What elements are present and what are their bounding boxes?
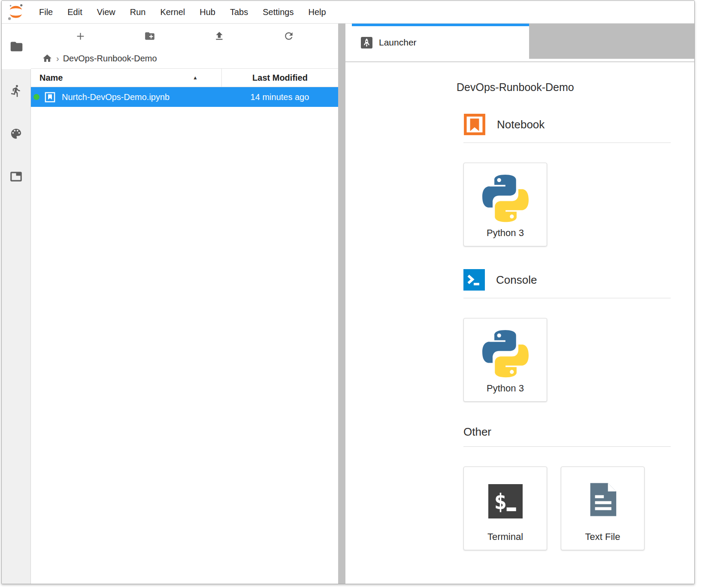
section-divider (463, 446, 671, 447)
card-label: Terminal (487, 531, 523, 543)
home-icon[interactable] (42, 53, 52, 64)
launcher-card-text-file[interactable]: Text File (561, 467, 645, 550)
tab-label: Launcher (379, 37, 417, 48)
file-name: Nurtch-DevOps-Demo.ipynb (62, 92, 221, 102)
section-label: Console (496, 273, 537, 287)
file-last-modified: 14 minutes ago (221, 92, 338, 102)
folder-icon (9, 39, 24, 54)
launcher-section-console: Console (463, 269, 671, 291)
sidebar-item-open-tabs[interactable] (2, 155, 30, 198)
menu-settings[interactable]: Settings (255, 1, 301, 23)
console-icon (463, 269, 485, 291)
section-divider (463, 142, 671, 143)
file-row-selected[interactable]: Nurtch-DevOps-Demo.ipynb 14 minutes ago (31, 87, 338, 107)
new-folder-icon (144, 30, 155, 42)
notebook-icon (463, 113, 486, 136)
jupyter-logo (7, 3, 25, 21)
breadcrumb-separator: › (56, 54, 59, 64)
launcher-card-terminal[interactable]: $ Terminal (463, 467, 547, 550)
python-icon (481, 330, 530, 378)
launcher-cwd-title: DevOps-Runbook-Demo (457, 81, 671, 94)
sort-ascending-icon: ▲ (193, 75, 198, 81)
notebook-icon (44, 91, 56, 103)
menu-kernel[interactable]: Kernel (153, 1, 192, 23)
breadcrumb: › DevOps-Runbook-Demo (31, 48, 338, 68)
name-header-label: Name (39, 73, 63, 83)
python-icon (481, 174, 530, 222)
plus-icon (75, 30, 86, 42)
upload-button[interactable] (185, 30, 254, 42)
section-label: Other (463, 425, 491, 439)
sidebar-item-running-sessions[interactable] (2, 69, 30, 112)
panel-splitter-handle[interactable] (338, 24, 345, 584)
new-launcher-button[interactable] (45, 30, 115, 42)
file-browser-toolbar (31, 24, 338, 48)
launcher-section-other: Other (463, 424, 671, 439)
tab-bar-bottom-border (345, 59, 694, 62)
refresh-icon (283, 30, 294, 42)
breadcrumb-folder[interactable]: DevOps-Runbook-Demo (63, 54, 157, 64)
upload-icon (214, 30, 225, 42)
new-folder-button[interactable] (115, 30, 185, 42)
file-list-header: Name ▲ Last Modified (31, 68, 338, 87)
launcher-section-notebook: Notebook (463, 113, 671, 136)
menu-hub[interactable]: Hub (192, 1, 223, 23)
column-header-name[interactable]: Name ▲ (31, 69, 221, 87)
card-label: Text File (585, 531, 620, 543)
tab-bar-empty-area (529, 24, 694, 59)
section-label: Notebook (497, 118, 545, 131)
tab-bar-left-gap (345, 24, 352, 59)
menu-view[interactable]: View (90, 1, 123, 23)
tab-launcher[interactable]: Launcher (352, 24, 529, 59)
section-divider (463, 298, 671, 298)
launcher-card-console-python3[interactable]: Python 3 (463, 318, 547, 402)
activity-sidebar (2, 24, 31, 584)
launcher-card-notebook-python3[interactable]: Python 3 (463, 163, 547, 246)
text-file-icon (584, 481, 622, 518)
tabs-icon (9, 170, 23, 184)
running-man-icon (9, 84, 23, 97)
menu-edit[interactable]: Edit (60, 1, 89, 23)
palette-icon (9, 127, 23, 140)
svg-text:$: $ (494, 489, 507, 514)
menu-tabs[interactable]: Tabs (223, 1, 255, 23)
card-label: Python 3 (487, 383, 524, 394)
jupyterlab-window: File Edit View Run Kernel Hub Tabs Setti… (1, 0, 695, 584)
main-dock-panel: Launcher DevOps-Runbook-Demo Notebook (345, 24, 694, 584)
card-label: Python 3 (487, 227, 524, 239)
file-browser-panel: › DevOps-Runbook-Demo Name ▲ Last Modifi… (31, 24, 338, 584)
refresh-button[interactable] (254, 30, 324, 42)
menu-bar: File Edit View Run Kernel Hub Tabs Setti… (2, 1, 694, 24)
menu-file[interactable]: File (32, 1, 60, 23)
kernel-running-dot (33, 94, 39, 100)
sidebar-item-file-browser[interactable] (2, 24, 31, 69)
sidebar-item-command-palette[interactable] (2, 112, 30, 155)
menu-help[interactable]: Help (301, 1, 333, 23)
menu-run[interactable]: Run (123, 1, 153, 23)
column-header-last-modified[interactable]: Last Modified (222, 73, 338, 83)
terminal-icon: $ (488, 484, 523, 518)
dock-tab-bar: Launcher (345, 24, 694, 59)
launcher-rocket-icon (361, 37, 372, 48)
launcher-panel: DevOps-Runbook-Demo Notebook (345, 62, 694, 584)
